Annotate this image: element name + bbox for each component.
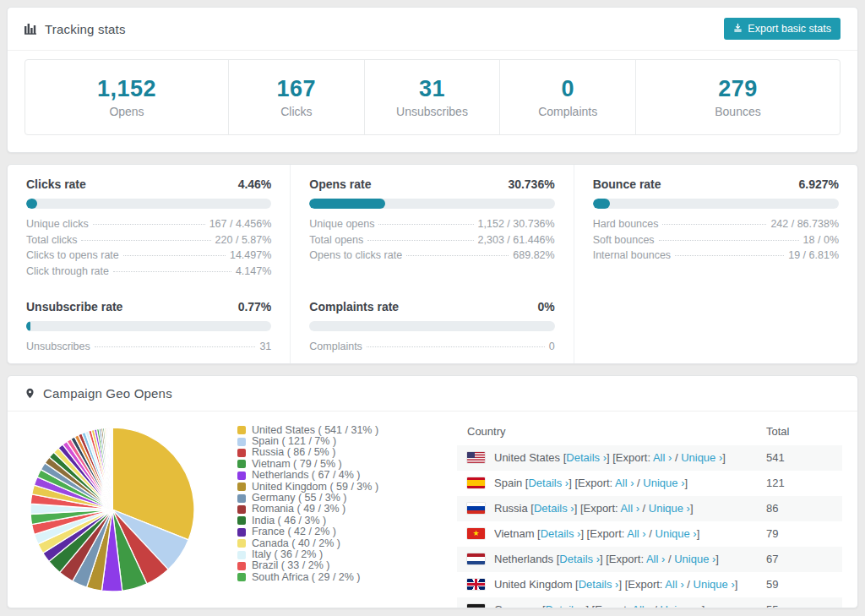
bracket-close: ] [722,451,726,464]
export-all-link-germany[interactable]: All › [632,603,650,608]
legend-label: Spain ( 121 / 7% ) [252,436,336,447]
geo-table-row-united-states: United States [Details ›] [Export: All ›… [457,445,842,471]
export-unique-link-united-kingdom[interactable]: Unique › [694,578,735,591]
stats-cards-row: 1,152Opens167Clicks31Unsubscribes0Compla… [24,59,841,135]
dotted-leader [367,346,545,347]
legend-chip-romania [237,505,246,514]
rate-head-clicks-rate: Clicks rate4.46% [26,177,271,191]
rate-row-soft-bounces: Soft bounces18 / 0% [593,232,839,248]
rate-row-value: 31 [259,339,271,355]
export-unique-link-russia[interactable]: Unique › [649,502,690,515]
geo-total-cell: 79 [766,527,832,540]
flag-vietnam-icon [467,528,485,539]
legend-chip-brazil [237,562,246,570]
export-prefix: ] [Export: [607,451,653,464]
rate-row-label: Opens to clicks rate [309,248,402,264]
geo-table-row-russia: Russia [Details ›] [Export: All › / Uniq… [457,496,842,521]
legend-label: Germany ( 55 / 3% ) [252,493,347,504]
geo-table-row-netherlands: Netherlands [Details ›] [Export: All › /… [457,547,842,572]
stat-value-clicks: 167 [277,76,317,102]
rate-head-unsubscribe-rate: Unsubscribe rate0.77% [26,300,271,313]
details-link-united-states[interactable]: Details › [566,451,607,464]
export-unique-link-vietnam[interactable]: Unique › [656,527,697,540]
export-prefix: ] [Export: [618,578,665,591]
export-all-link-russia[interactable]: All › [621,502,639,515]
export-unique-link-germany[interactable]: Unique › [661,603,702,608]
legend-label: United Kingdom ( 59 / 3% ) [252,482,378,493]
legend-label: Romania ( 49 / 3% ) [252,504,345,515]
export-unique-link-united-states[interactable]: Unique › [681,451,722,464]
rate-row-value: 689.82% [513,248,554,264]
export-unique-link-netherlands[interactable]: Unique › [674,553,715,565]
flag-russia-icon [467,503,485,514]
export-all-link-spain[interactable]: All › [615,477,634,489]
export-prefix: ] [Export: [580,527,627,540]
stat-label-bounces: Bounces [715,105,760,118]
stat-card-unsubscribes: 31Unsubscribes [365,60,501,134]
rate-title: Complaints rate [309,300,399,313]
rate-row-label: Click through rate [26,264,109,280]
rate-title: Clicks rate [26,177,86,191]
legend-item-russia: Russia ( 86 / 5% ) [237,447,445,458]
rate-block-opens-rate: Opens rate30.736%Unique opens1,152 / 30.… [291,165,574,287]
details-link-germany[interactable]: Details › [546,603,586,608]
dotted-leader [378,224,473,225]
link-separator: / [646,527,656,540]
details-link-vietnam[interactable]: Details › [541,527,581,540]
geo-table-row-united-kingdom: United Kingdom [Details ›] [Export: All … [457,572,842,597]
stat-value-opens: 1,152 [97,76,156,102]
flag-united-states-icon [467,452,485,463]
stat-value-bounces: 279 [718,76,758,102]
legend-chip-united-kingdom [237,482,246,491]
export-prefix: ] [Export: [585,603,632,608]
rate-row-unsubscribes: Unsubscribes31 [26,339,271,355]
rate-title: Opens rate [309,177,371,191]
rate-row-label: Internal bounces [593,248,671,264]
rate-progress-fill [309,199,384,209]
rate-row-value: 220 / 5.87% [215,232,272,248]
export-all-link-netherlands[interactable]: All › [646,553,665,565]
geo-country-name: Spain [ [494,477,528,489]
legend-label: Brazil ( 33 / 2% ) [252,560,329,571]
geo-country-cell: United Kingdom [Details ›] [Export: All … [494,578,766,591]
rate-progress-track [309,321,554,331]
rate-row-value: 0 [549,339,555,355]
legend-chip-netherlands [237,472,246,480]
geo-country-name: United States [ [494,451,566,464]
rate-head-opens-rate: Opens rate30.736% [309,177,554,191]
geo-country-cell: Vietnam [Details ›] [Export: All › / Uni… [494,527,766,540]
stat-label-clicks: Clicks [280,105,312,118]
legend-label: Canada ( 40 / 2% ) [252,538,340,549]
flag-united-kingdom-icon [467,579,485,590]
legend-label: Russia ( 86 / 5% ) [252,447,335,458]
details-link-netherlands[interactable]: Details › [559,553,600,565]
stat-label-unsubscribes: Unsubscribes [396,105,468,118]
bracket-close: ] [697,527,700,540]
export-prefix: ] [Export: [569,477,615,489]
tracking-stats-header: Tracking stats Export basic stats [8,8,857,51]
rate-progress-fill [26,199,37,209]
export-basic-stats-button[interactable]: Export basic stats [724,18,841,40]
rate-row-complaints: Complaints0 [309,339,554,355]
rate-row-value: 2,303 / 61.446% [478,232,555,248]
details-link-spain[interactable]: Details › [528,477,569,489]
rate-value: 30.736% [508,177,554,191]
rate-value: 6.927% [799,177,839,191]
details-link-united-kingdom[interactable]: Details › [579,578,619,591]
export-all-link-united-kingdom[interactable]: All › [665,578,683,591]
export-unique-link-spain[interactable]: Unique › [643,477,684,489]
campaign-geo-opens-panel: Campaign Geo Opens United States ( 541 /… [7,375,858,608]
export-all-link-vietnam[interactable]: All › [627,527,645,540]
flag-germany-icon [467,604,485,608]
geo-table-row-spain: Spain [Details ›] [Export: All › / Uniqu… [457,471,842,496]
stat-card-clicks: 167Clicks [229,60,365,134]
export-all-link-united-states[interactable]: All › [653,451,672,464]
geo-header: Campaign Geo Opens [8,376,857,412]
rate-row-value: 18 / 0% [803,232,839,248]
details-link-russia[interactable]: Details › [534,502,574,515]
legend-label: France ( 42 / 2% ) [252,526,336,537]
rate-row-label: Clicks to opens rate [26,248,119,264]
export-prefix: ] [Export: [600,553,646,565]
rate-row-label: Unsubscribes [26,339,90,355]
rate-block-empty [574,287,857,363]
